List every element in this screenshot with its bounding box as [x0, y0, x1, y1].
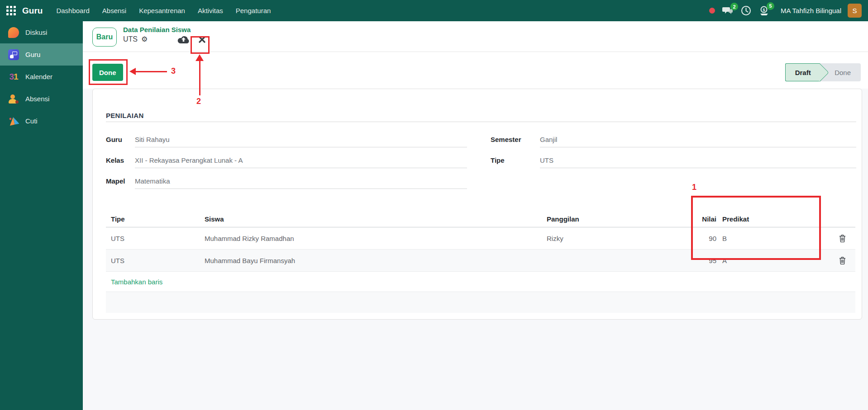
table-header-row: Tipe Siswa Panggilan Nilai Predikat	[106, 211, 855, 227]
app-brand[interactable]: Guru	[22, 6, 43, 16]
fields-right-column: Semester Ganjil Tipe UTS	[491, 134, 856, 197]
section-divider	[106, 122, 856, 122]
app-sidebar: Diskusi Guru 31 Kalender Absensi	[0, 21, 83, 410]
trash-icon	[839, 235, 846, 242]
breadcrumb-parent-link[interactable]: Data Penilaian Siswa	[123, 26, 205, 33]
guru-input[interactable]: Siti Rahayu	[135, 134, 467, 147]
col-header-tipe[interactable]: Tipe	[106, 215, 200, 223]
breadcrumb-current: UTS	[123, 35, 138, 43]
teacher-board-icon	[8, 49, 19, 61]
activity-clock-button[interactable]	[741, 5, 751, 16]
field-label: Semester	[491, 134, 540, 143]
sidebar-item-label: Kalender	[25, 73, 52, 80]
discuss-bubble-icon	[8, 27, 19, 38]
company-name[interactable]: MA Tahfizh Bilingual	[781, 7, 841, 14]
table-empty-strip	[106, 292, 855, 313]
cell-nilai[interactable]: 90	[687, 235, 719, 242]
table-row[interactable]: UTS Muhammad Bayu Firmansyah 95 A	[106, 250, 855, 272]
gear-icon[interactable]: ⚙	[141, 36, 148, 43]
nilai-table: Tipe Siswa Panggilan Nilai Predikat UTS …	[106, 211, 855, 313]
field-label: Mapel	[106, 176, 135, 185]
delete-row-button[interactable]	[830, 235, 855, 242]
cell-tipe[interactable]: UTS	[106, 257, 200, 264]
sidebar-item-absensi[interactable]: Absensi	[0, 88, 83, 110]
sidebar-item-cuti[interactable]: Cuti	[0, 110, 83, 132]
col-header-panggilan[interactable]: Panggilan	[542, 215, 687, 223]
add-row-link[interactable]: Tambahkan baris	[106, 278, 162, 286]
sidebar-item-diskusi[interactable]: Diskusi	[0, 21, 83, 43]
field-tipe: Tipe UTS	[491, 155, 856, 168]
menu-aktivitas[interactable]: Aktivitas	[191, 1, 229, 20]
add-row-container: Tambahkan baris	[106, 272, 855, 292]
section-title: PENILAIAN	[106, 112, 856, 119]
col-header-siswa[interactable]: Siswa	[200, 215, 542, 223]
attendance-person-icon	[8, 93, 19, 105]
apps-menu-icon[interactable]	[6, 6, 16, 15]
field-label: Kelas	[106, 155, 135, 164]
payments-button[interactable]: $ 5	[758, 5, 770, 16]
menu-dashboard[interactable]: Dashboard	[50, 1, 95, 20]
time-off-umbrella-icon	[8, 115, 19, 127]
cell-nilai[interactable]: 95	[687, 257, 719, 264]
cell-siswa[interactable]: Muhammad Rizky Ramadhan	[200, 235, 542, 242]
app-window: Guru Dashboard Absensi Kepesantrenan Akt…	[0, 0, 868, 410]
kelas-input[interactable]: XII - Rekayasa Perangkat Lunak - A	[135, 155, 467, 168]
cell-tipe[interactable]: UTS	[106, 235, 200, 242]
calendar-31-icon: 31	[8, 71, 19, 83]
control-panel: Baru Data Penilaian Siswa UTS ⚙	[83, 21, 868, 52]
menu-pengaturan[interactable]: Pengaturan	[229, 1, 277, 20]
tipe-input[interactable]: UTS	[540, 155, 856, 168]
col-header-predikat[interactable]: Predikat	[719, 215, 824, 223]
clock-icon	[741, 5, 751, 16]
user-avatar[interactable]: S	[848, 4, 862, 18]
trash-icon	[839, 257, 846, 264]
delete-row-button[interactable]	[830, 257, 855, 264]
top-navbar: Guru Dashboard Absensi Kepesantrenan Akt…	[0, 0, 868, 21]
presence-dot-icon	[709, 8, 715, 14]
mapel-input[interactable]: Matematika	[135, 176, 467, 189]
status-draft[interactable]: Draft	[785, 63, 820, 81]
sidebar-item-kalender[interactable]: 31 Kalender	[0, 66, 83, 88]
new-record-badge[interactable]: Baru	[92, 28, 117, 47]
cell-predikat[interactable]: B	[719, 235, 824, 242]
cell-panggilan[interactable]: Rizky	[542, 235, 687, 242]
discard-button[interactable]	[199, 36, 205, 43]
field-guru: Guru Siti Rahayu	[106, 134, 467, 147]
cloud-upload-icon	[177, 35, 190, 44]
svg-text:$: $	[763, 7, 765, 12]
sidebar-item-label: Cuti	[25, 117, 38, 125]
col-header-nilai[interactable]: Nilai	[687, 215, 719, 223]
messages-button[interactable]: 2	[722, 6, 734, 15]
statusbar: Draft Done	[785, 63, 861, 81]
table-row[interactable]: UTS Muhammad Rizky Ramadhan Rizky 90 B	[106, 227, 855, 250]
field-kelas: Kelas XII - Rekayasa Perangkat Lunak - A	[106, 155, 467, 168]
field-label: Tipe	[491, 155, 540, 164]
activity-badge: 5	[767, 2, 774, 10]
sidebar-item-label: Absensi	[25, 95, 49, 103]
breadcrumb: Data Penilaian Siswa UTS ⚙	[123, 26, 205, 44]
semester-input[interactable]: Ganjil	[540, 134, 856, 147]
form-fields: Guru Siti Rahayu Kelas XII - Rekayasa Pe…	[106, 134, 856, 197]
sidebar-item-label: Guru	[25, 51, 40, 58]
cell-siswa[interactable]: Muhammad Bayu Firmansyah	[200, 257, 542, 264]
field-mapel: Mapel Matematika	[106, 176, 467, 189]
form-sheet: PENILAIAN Guru Siti Rahayu Kelas XII - R…	[92, 89, 862, 320]
menu-kepesantrenan[interactable]: Kepesantrenan	[133, 1, 191, 20]
save-cloud-button[interactable]	[177, 35, 190, 44]
sidebar-item-guru[interactable]: Guru	[0, 43, 83, 66]
close-icon	[199, 36, 205, 43]
field-label: Guru	[106, 134, 135, 143]
cell-predikat[interactable]: A	[719, 257, 824, 264]
menu-absensi[interactable]: Absensi	[96, 1, 133, 20]
done-button[interactable]: Done	[92, 64, 123, 81]
form-status-header: Done Draft Done	[83, 52, 868, 89]
fields-left-column: Guru Siti Rahayu Kelas XII - Rekayasa Pe…	[106, 134, 467, 197]
sidebar-item-label: Diskusi	[25, 28, 47, 36]
messages-badge: 2	[730, 3, 738, 10]
field-semester: Semester Ganjil	[491, 134, 856, 147]
main-menu: Dashboard Absensi Kepesantrenan Aktivita…	[50, 1, 277, 20]
